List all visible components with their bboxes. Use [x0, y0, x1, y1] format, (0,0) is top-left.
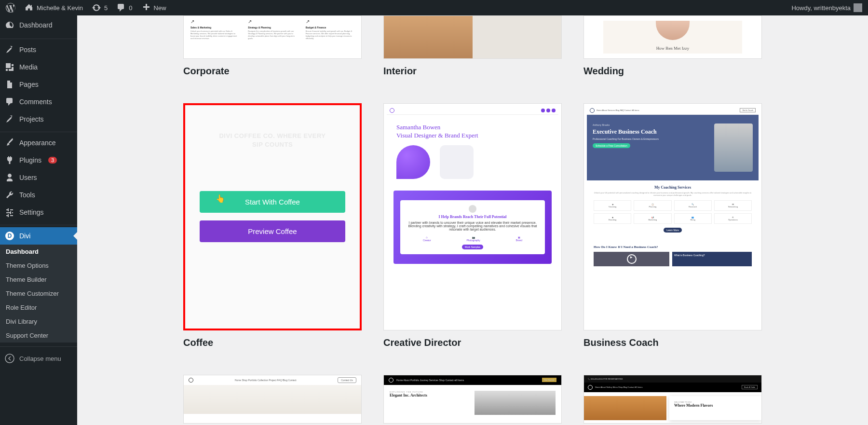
- layout-thumb: Home About Portfolio Journey Services Sh…: [383, 375, 562, 424]
- updates-count: 5: [104, 4, 108, 12]
- plugins-badge: 3: [48, 157, 57, 164]
- layout-card-wedding[interactable]: How Ben Met Izzy Wedding: [583, 15, 762, 77]
- layout-card-partial-2[interactable]: Home About Portfolio Journey Services Sh…: [383, 375, 562, 424]
- svg-point-0: [5, 354, 14, 363]
- comments-link[interactable]: 0: [116, 3, 132, 13]
- submenu-divi-library[interactable]: Divi Library: [0, 315, 77, 329]
- user-icon: [5, 173, 14, 182]
- comment-icon: [5, 97, 14, 107]
- menu-label: Posts: [19, 46, 36, 54]
- layout-title: Creative Director: [383, 337, 562, 348]
- content-area: ↗Sales & MarketingUnlock your business's…: [77, 15, 868, 425]
- layout-thumb: ↗Sales & MarketingUnlock your business's…: [183, 15, 362, 59]
- menu-settings[interactable]: Settings: [0, 204, 77, 221]
- menu-label: Tools: [19, 191, 35, 199]
- layout-thumb: Home Shop Portfolio Collection Project F…: [183, 375, 362, 424]
- wedding-caption: How Ben Met Izzy: [656, 46, 690, 51]
- layout-title: Wedding: [583, 66, 762, 77]
- menu-label: Users: [19, 174, 37, 181]
- site-name-link[interactable]: Michelle & Kevin: [24, 3, 83, 13]
- layout-thumb: [383, 15, 562, 59]
- admin-sidebar: Dashboard Posts Media Pages Comments Pro…: [0, 15, 77, 425]
- menu-label: Media: [19, 63, 38, 71]
- pin-icon: [5, 45, 14, 55]
- sliders-icon: [5, 207, 14, 217]
- new-content-link[interactable]: New: [141, 3, 166, 13]
- hover-overlay: DIVI COFFEE CO. WHERE EVERY SIP COUNTS S…: [185, 105, 360, 329]
- howdy-text: Howdy, writtenbyekta: [791, 4, 851, 12]
- preview-button[interactable]: Preview Coffee: [200, 220, 345, 242]
- layout-title: Coffee: [183, 337, 362, 348]
- menu-users[interactable]: Users: [0, 169, 77, 186]
- avatar: [854, 3, 862, 12]
- layout-card-interior[interactable]: Interior: [383, 15, 562, 77]
- menu-divi[interactable]: DDivi: [0, 227, 77, 245]
- plug-icon: [5, 155, 14, 165]
- menu-label: Plugins: [19, 156, 41, 164]
- menu-projects[interactable]: Projects: [0, 110, 77, 128]
- layout-card-partial-1[interactable]: Home Shop Portfolio Collection Project F…: [183, 375, 362, 424]
- updates-icon: [92, 3, 101, 13]
- layout-thumb: 📞 555-555-5555 FOR RESERVATIONS Home Abo…: [583, 375, 762, 424]
- menu-appearance[interactable]: Appearance: [0, 134, 77, 151]
- layout-grid: ↗Sales & MarketingUnlock your business's…: [183, 15, 762, 424]
- submenu-theme-builder[interactable]: Theme Builder: [0, 273, 77, 287]
- collapse-icon: [5, 354, 14, 363]
- admin-bar: Michelle & Kevin 5 0 New Howdy, writtenb…: [0, 0, 868, 15]
- brush-icon: [5, 138, 14, 148]
- menu-comments[interactable]: Comments: [0, 93, 77, 110]
- wrench-icon: [5, 190, 14, 200]
- layout-title: Interior: [383, 66, 562, 77]
- dashboard-icon: [5, 20, 14, 30]
- site-name-label: Michelle & Kevin: [37, 4, 83, 12]
- collapse-label: Collapse menu: [19, 355, 61, 362]
- menu-label: Settings: [19, 208, 44, 216]
- menu-tools[interactable]: Tools: [0, 186, 77, 204]
- layout-card-business-coach[interactable]: Home About Services Blog FAQ Contact ⊕0 …: [583, 103, 762, 348]
- comments-count: 0: [129, 4, 132, 12]
- submenu-dashboard[interactable]: Dashboard: [0, 245, 77, 259]
- menu-label: Dashboard: [19, 21, 53, 29]
- layout-card-corporate[interactable]: ↗Sales & MarketingUnlock your business's…: [183, 15, 362, 77]
- comments-icon: [116, 3, 126, 13]
- menu-posts[interactable]: Posts: [0, 41, 77, 58]
- menu-media[interactable]: Media: [0, 58, 77, 76]
- layout-thumb: Home About Services Blog FAQ Contact ⊕0 …: [583, 103, 762, 330]
- menu-label: Projects: [19, 115, 44, 123]
- layout-card-creative-director[interactable]: Samantha Bowen Visual Designer & Brand E…: [383, 103, 562, 348]
- plus-icon: [141, 3, 151, 13]
- layout-thumb: Samantha Bowen Visual Designer & Brand E…: [383, 103, 562, 330]
- media-icon: [5, 62, 14, 72]
- menu-label: Pages: [19, 81, 39, 88]
- divi-icon: D: [5, 232, 14, 240]
- layout-title: Business Coach: [583, 337, 762, 348]
- divi-submenu: Dashboard Theme Options Theme Builder Th…: [0, 245, 77, 343]
- pin-icon: [5, 114, 14, 124]
- menu-label: Appearance: [19, 139, 56, 147]
- menu-plugins[interactable]: Plugins3: [0, 151, 77, 169]
- cursor-icon: 👆: [216, 194, 225, 203]
- howdy-link[interactable]: Howdy, writtenbyekta: [791, 3, 862, 12]
- layout-thumb-highlighted: DIVI COFFEE CO. WHERE EVERY SIP COUNTS S…: [183, 103, 362, 330]
- overlay-hero-text: DIVI COFFEE CO. WHERE EVERY SIP COUNTS: [185, 132, 360, 149]
- new-label: New: [154, 4, 166, 12]
- menu-label: Comments: [19, 98, 52, 106]
- updates-link[interactable]: 5: [92, 3, 108, 13]
- menu-dashboard[interactable]: Dashboard: [0, 15, 77, 35]
- layout-thumb: How Ben Met Izzy: [583, 15, 762, 59]
- layout-card-partial-3[interactable]: 📞 555-555-5555 FOR RESERVATIONS Home Abo…: [583, 375, 762, 424]
- collapse-menu[interactable]: Collapse menu: [0, 349, 77, 368]
- pages-icon: [5, 80, 14, 89]
- layout-title: Corporate: [183, 66, 362, 77]
- layout-card-coffee[interactable]: DIVI COFFEE CO. WHERE EVERY SIP COUNTS S…: [183, 103, 362, 348]
- submenu-theme-customizer[interactable]: Theme Customizer: [0, 287, 77, 301]
- wordpress-icon: [6, 3, 15, 13]
- submenu-support-center[interactable]: Support Center: [0, 329, 77, 343]
- submenu-theme-options[interactable]: Theme Options: [0, 259, 77, 273]
- home-icon: [24, 3, 34, 13]
- wp-logo[interactable]: [6, 3, 15, 13]
- menu-label: Divi: [19, 232, 30, 240]
- menu-pages[interactable]: Pages: [0, 76, 77, 93]
- submenu-role-editor[interactable]: Role Editor: [0, 301, 77, 315]
